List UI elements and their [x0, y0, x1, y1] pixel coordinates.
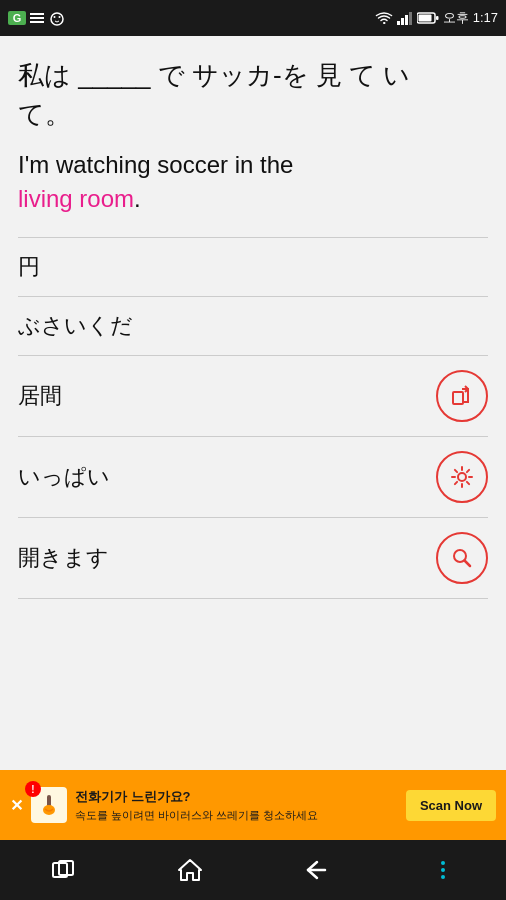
status-icons: G — [8, 10, 66, 26]
svg-rect-8 — [419, 15, 432, 22]
status-right: 오후 1:17 — [375, 9, 498, 27]
g-icon: G — [8, 11, 26, 25]
search-icon-button[interactable] — [436, 532, 488, 584]
svg-point-2 — [59, 16, 61, 18]
scan-now-button[interactable]: Scan Now — [406, 790, 496, 821]
main-content: 私は _____ で サッカ-を 見 て い て。 I'm watching s… — [0, 36, 506, 770]
status-bar: G 오후 1:1 — [0, 0, 506, 36]
home-button[interactable] — [160, 850, 220, 890]
back-icon — [303, 859, 329, 881]
svg-rect-10 — [453, 392, 463, 404]
svg-rect-3 — [397, 21, 400, 25]
svg-point-23 — [441, 868, 445, 872]
svg-rect-9 — [436, 16, 439, 20]
svg-marker-20 — [179, 860, 201, 880]
vocab-text: いっぱい — [18, 462, 110, 492]
vocab-list: 円 ぶさいくだ 居間 いっぱい — [18, 237, 488, 599]
english-sentence: I'm watching soccer in the living room. — [18, 148, 488, 215]
alert-badge: ! — [25, 781, 41, 797]
vocab-text: 開きます — [18, 543, 109, 573]
svg-point-22 — [441, 861, 445, 865]
ad-title: 전화기가 느린가요? — [75, 788, 398, 806]
ad-subtitle: 속도를 높이려면 바이러스와 쓰레기를 청소하세요 — [75, 808, 398, 823]
recent-apps-icon — [51, 859, 75, 881]
ad-icon: ! — [31, 787, 67, 823]
vocab-text: ぶさいくだ — [18, 311, 133, 341]
bottom-nav — [0, 840, 506, 900]
menu-icon — [30, 13, 44, 23]
close-icon[interactable]: ✕ — [10, 796, 23, 815]
back-button[interactable] — [286, 850, 346, 890]
wifi-icon — [375, 11, 393, 25]
svg-point-0 — [51, 13, 63, 25]
battery-icon — [417, 12, 439, 24]
ad-text: 전화기가 느린가요? 속도를 높이려면 바이러스와 쓰레기를 청소하세요 — [75, 788, 398, 823]
share-icon — [448, 382, 476, 410]
search-icon — [448, 544, 476, 572]
vocab-text: 居間 — [18, 381, 62, 411]
gear-icon — [448, 463, 476, 491]
share-icon-button[interactable] — [436, 370, 488, 422]
time-display: 오후 1:17 — [443, 9, 498, 27]
list-item: 居間 — [18, 356, 488, 437]
broom-icon — [37, 793, 61, 817]
home-icon — [177, 858, 203, 882]
svg-rect-5 — [405, 15, 408, 25]
svg-point-1 — [54, 16, 56, 18]
svg-point-17 — [43, 805, 55, 815]
signal-icon — [397, 11, 413, 25]
svg-line-15 — [465, 561, 471, 567]
list-item: いっぱい — [18, 437, 488, 518]
svg-rect-4 — [401, 18, 404, 25]
list-item: 円 — [18, 238, 488, 297]
recent-apps-button[interactable] — [33, 850, 93, 890]
more-icon — [439, 859, 447, 881]
list-item: 開きます — [18, 518, 488, 599]
ad-banner: ✕ ! 전화기가 느린가요? 속도를 높이려면 바이러스와 쓰레기를 청소하세요… — [0, 770, 506, 840]
list-item: ぶさいくだ — [18, 297, 488, 356]
more-options-button[interactable] — [413, 850, 473, 890]
svg-point-13 — [458, 473, 466, 481]
japanese-sentence: 私は _____ で サッカ-を 見 て い て。 — [18, 56, 488, 134]
highlight-text: living room — [18, 185, 134, 212]
bug-icon — [48, 10, 66, 26]
settings-icon-button[interactable] — [436, 451, 488, 503]
svg-point-24 — [441, 875, 445, 879]
vocab-text: 円 — [18, 252, 40, 282]
svg-rect-6 — [409, 12, 412, 25]
